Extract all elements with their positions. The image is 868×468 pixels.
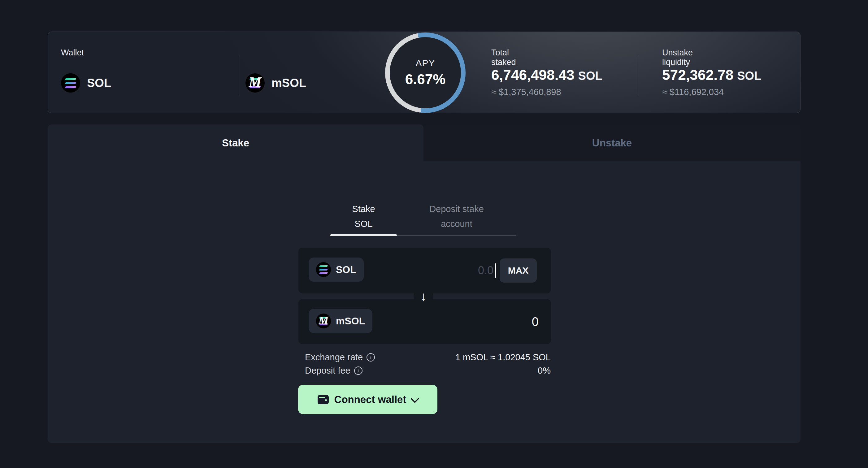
apy-label: APY	[415, 58, 435, 68]
msol-output-value: 0	[532, 299, 539, 344]
unstake-liquidity-amount: 572,362.78SOL	[662, 67, 761, 83]
solana-icon	[316, 262, 331, 277]
exchange-rate-row: Exchange rate i 1 mSOL ≈ 1.02045 SOL	[305, 351, 551, 364]
marinade-icon: M	[246, 73, 265, 93]
total-staked-amount: 6,746,498.43SOL	[491, 67, 602, 83]
deposit-fee-label: Deposit fee	[305, 366, 350, 376]
tab-stake-sol[interactable]: Stake SOL	[330, 201, 397, 231]
deposit-fee-row: Deposit fee i 0%	[305, 364, 551, 377]
stake-amount-placeholder: 0.0	[478, 264, 493, 277]
info-icon[interactable]: i	[354, 367, 363, 375]
tab-stake[interactable]: Stake	[48, 124, 424, 161]
wallet-token-sol: SOL	[61, 72, 111, 94]
inner-tab-active-indicator	[330, 234, 397, 236]
total-staked-number: 6,746,498.43	[491, 67, 575, 83]
sol-chip-label: SOL	[336, 264, 356, 276]
unstake-liquidity-label: Unstake liquidity	[662, 48, 693, 67]
stats-divider	[639, 55, 639, 96]
marinade-staking-page: Wallet SOL M mSOL APY 6.67% Total staked	[0, 0, 868, 468]
wallet-token-msol: M mSOL	[246, 72, 306, 94]
wallet-icon	[318, 395, 329, 404]
stake-amount-input[interactable]: 0.0	[478, 248, 493, 293]
apy-ring: APY 6.67%	[385, 32, 466, 113]
total-staked-usd: ≈ $1,375,460,898	[491, 87, 561, 97]
max-button-label: MAX	[508, 265, 529, 276]
exchange-rate-value: 1 mSOL ≈ 1.02045 SOL	[455, 352, 551, 363]
unstake-liquidity-number: 572,362.78	[662, 67, 733, 83]
tab-unstake[interactable]: Unstake	[424, 124, 801, 161]
connect-wallet-label: Connect wallet	[334, 394, 406, 405]
tab-stake-label: Stake	[222, 137, 249, 149]
marinade-icon: M	[316, 314, 331, 329]
total-staked-unit: SOL	[578, 69, 602, 82]
tab-deposit-stake-account-label: Deposit stake account	[421, 201, 492, 231]
text-cursor	[495, 263, 496, 278]
total-staked-label: Total staked	[491, 48, 516, 67]
max-button[interactable]: MAX	[500, 258, 537, 283]
wallet-divider	[240, 55, 240, 96]
apy-ring-inner: APY 6.67%	[390, 37, 461, 108]
solana-icon	[61, 73, 80, 93]
chevron-down-icon	[410, 394, 419, 403]
tab-stake-sol-label: Stake SOL	[344, 201, 384, 231]
deposit-fee-value: 0%	[538, 366, 551, 376]
stats-card: Wallet SOL M mSOL APY 6.67% Total staked	[48, 32, 801, 113]
msol-token-chip: M mSOL	[309, 309, 372, 333]
inner-tab-track	[330, 234, 516, 236]
transaction-details: Exchange rate i 1 mSOL ≈ 1.02045 SOL Dep…	[305, 351, 551, 377]
unstake-liquidity-unit: SOL	[737, 69, 761, 82]
swap-direction-badge: ↓	[413, 286, 433, 306]
exchange-rate-label: Exchange rate	[305, 352, 363, 363]
unstake-liquidity-usd: ≈ $116,692,034	[662, 87, 724, 97]
info-icon[interactable]: i	[367, 353, 375, 362]
tab-deposit-stake-account[interactable]: Deposit stake account	[397, 201, 516, 231]
msol-chip-label: mSOL	[336, 315, 365, 327]
stake-method-tabs: Stake SOL Deposit stake account	[330, 201, 516, 236]
arrow-down-icon: ↓	[421, 290, 427, 303]
wallet-msol-symbol: mSOL	[272, 76, 306, 90]
stake-panel: Stake SOL Deposit stake account SOL 0.0	[48, 161, 801, 443]
wallet-label: Wallet	[61, 48, 84, 58]
sol-token-chip: SOL	[309, 257, 364, 282]
connect-wallet-button[interactable]: Connect wallet	[298, 385, 437, 414]
wallet-sol-symbol: SOL	[87, 76, 111, 90]
tab-unstake-label: Unstake	[592, 137, 632, 149]
apy-value: 6.67%	[405, 71, 445, 88]
